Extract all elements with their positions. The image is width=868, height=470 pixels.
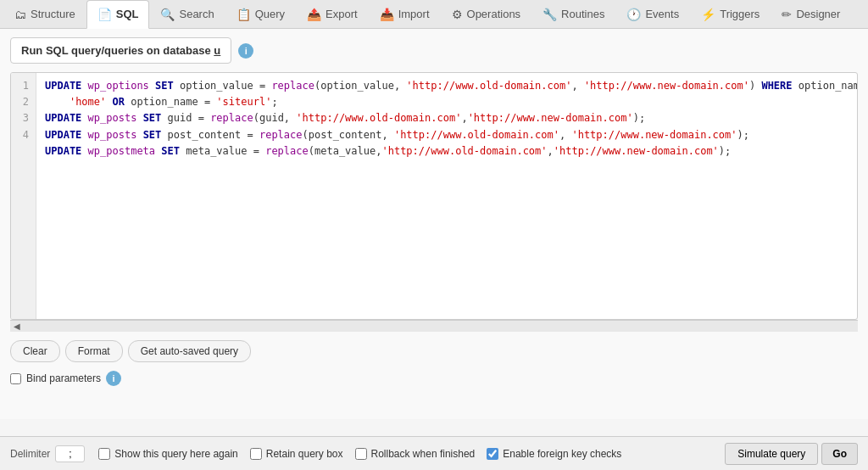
bind-params-label[interactable]: Bind parameters [26,372,101,384]
bind-params-row: Bind parameters i [10,371,858,386]
bind-params-text: Bind parameters [26,372,101,384]
tab-routines-label: Routines [561,8,604,20]
auto-saved-button[interactable]: Get auto-saved query [128,340,251,362]
sql-icon: 📄 [97,8,112,21]
sql-editor[interactable]: UPDATE wp_options SET option_value = rep… [36,73,857,319]
triggers-icon: ⚡ [701,8,715,21]
sql-editor-wrapper: 1234 UPDATE wp_options SET option_value … [10,72,858,320]
scroll-indicator: ◀ [10,320,858,332]
query-db-name: u [214,44,220,57]
tab-structure[interactable]: 🗂 Structure [3,0,86,29]
button-bar: Clear Format Get auto-saved query [10,340,858,362]
structure-icon: 🗂 [14,8,26,21]
events-icon: 🕐 [626,8,641,21]
operations-icon: ⚙ [452,8,463,21]
tab-designer[interactable]: ✏ Designer [771,0,851,29]
export-icon: 📤 [307,8,321,21]
tab-sql[interactable]: 📄 SQL [86,0,150,29]
clear-button[interactable]: Clear [10,340,60,362]
format-button[interactable]: Format [65,340,123,362]
tab-triggers[interactable]: ⚡ Triggers [690,0,771,29]
line-numbers: 1234 [11,73,36,319]
search-icon: 🔍 [160,8,175,21]
tab-sql-label: SQL [116,8,139,20]
tab-query-label: Query [255,8,285,20]
tab-search[interactable]: 🔍 Search [149,0,225,29]
import-icon: 📥 [380,8,394,21]
tab-import[interactable]: 📥 Import [369,0,441,29]
tab-bar: 🗂 Structure 📄 SQL 🔍 Search 📋 Query 📤 Exp… [0,0,868,29]
tab-designer-label: Designer [796,8,840,20]
tab-routines[interactable]: 🔧 Routines [531,0,615,29]
tab-structure-label: Structure [31,8,75,20]
tab-operations-label: Operations [467,8,521,20]
query-icon: 📋 [236,8,251,21]
tab-operations[interactable]: ⚙ Operations [441,0,532,29]
scroll-left-arrow: ◀ [14,322,20,331]
bind-params-info-icon[interactable]: i [106,371,121,386]
designer-icon: ✏ [782,8,792,21]
tab-search-label: Search [179,8,214,20]
routines-icon: 🔧 [542,8,557,21]
tab-import-label: Import [398,8,430,20]
tab-query[interactable]: 📋 Query [225,0,296,29]
main-content: Run SQL query/queries on database u i 12… [0,29,868,419]
tab-events-label: Events [645,8,679,20]
query-title-prefix: Run SQL query/queries on database [21,44,214,57]
tab-export-label: Export [326,8,358,20]
tab-export[interactable]: 📤 Export [296,0,369,29]
query-header: Run SQL query/queries on database u i [10,37,858,64]
tab-triggers-label: Triggers [720,8,760,20]
tab-events[interactable]: 🕐 Events [615,0,690,29]
header-info-icon[interactable]: i [238,43,253,59]
bind-params-checkbox[interactable] [10,373,21,384]
query-title-bar: Run SQL query/queries on database u [10,37,231,64]
